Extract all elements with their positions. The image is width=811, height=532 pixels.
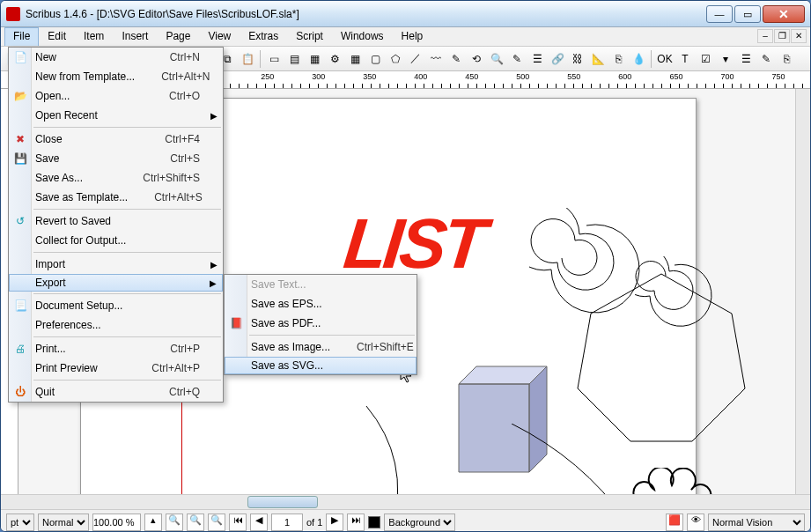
menu-item-label: New: [35, 51, 56, 63]
prev-page-icon[interactable]: ◀: [250, 514, 268, 531]
minimize-button[interactable]: —: [706, 5, 733, 23]
open-icon: 📂: [13, 89, 27, 103]
tool-zoom-icon[interactable]: 🔍: [487, 49, 506, 69]
menu-item-label: Save as EPS...: [251, 298, 322, 310]
menu-script[interactable]: Script: [287, 27, 332, 46]
file-menu-save-as-template[interactable]: Save as Template...Ctrl+Alt+S: [9, 188, 223, 207]
tool-polygon-icon[interactable]: ⬠: [386, 49, 405, 69]
tool-table-icon[interactable]: ▦: [345, 49, 365, 69]
tool-textframe-icon[interactable]: ▤: [284, 49, 304, 69]
mdi-minimize-icon[interactable]: –: [757, 29, 773, 43]
menu-item-label: Collect for Output...: [35, 234, 126, 247]
layer-select[interactable]: Background: [384, 514, 455, 531]
tool-measure-icon[interactable]: 📐: [588, 49, 608, 69]
shortcut-label: Ctrl+Shift+S: [116, 172, 200, 184]
tool-pdf-check-icon[interactable]: ☑: [696, 49, 715, 69]
export-menu-save-as-image[interactable]: Save as Image...Ctrl+Shift+E: [225, 337, 417, 357]
shortcut-label: Ctrl+Q: [143, 386, 200, 398]
menu-file[interactable]: File: [4, 27, 39, 46]
first-page-icon[interactable]: ⏮: [229, 514, 247, 531]
shortcut-label: Ctrl+Alt+S: [128, 191, 203, 203]
maximize-button[interactable]: ▭: [734, 5, 761, 23]
file-menu-preferences[interactable]: Preferences...: [9, 315, 223, 335]
tool-freehand-icon[interactable]: ✎: [446, 49, 466, 69]
tool-shape-icon[interactable]: ▢: [365, 49, 385, 69]
tool-rotate-icon[interactable]: ⟲: [467, 49, 486, 69]
menu-windows[interactable]: Windows: [332, 27, 393, 46]
tool-line-icon[interactable]: ／: [406, 49, 425, 69]
mdi-close-icon[interactable]: ✕: [791, 29, 807, 43]
zoom-reset-icon[interactable]: 🔍: [187, 514, 204, 531]
chevron-right-icon: ▶: [210, 260, 217, 270]
tool-pdf-text-icon[interactable]: T: [675, 49, 695, 69]
titlebar: Scribus 1.4.6 - [D:\SVG Editor\Save File…: [1, 1, 810, 27]
zoom-in-icon[interactable]: 🔍: [208, 514, 225, 531]
vertical-scrollbar[interactable]: [795, 89, 810, 494]
last-page-icon[interactable]: ⏭: [347, 514, 365, 531]
export-menu-save-as-pdf[interactable]: 📕Save as PDF...: [225, 314, 417, 333]
window-title: Scribus 1.4.6 - [D:\SVG Editor\Save File…: [26, 8, 706, 20]
menu-page[interactable]: Page: [157, 27, 199, 46]
file-menu-print[interactable]: 🖨Print...Ctrl+P: [9, 339, 223, 358]
zoom-out-icon[interactable]: 🔍: [166, 514, 183, 531]
file-menu-quit[interactable]: ⏻QuitCtrl+Q: [9, 382, 223, 402]
menu-extras[interactable]: Extras: [240, 27, 287, 46]
tool-eyedrop-icon[interactable]: 💧: [629, 49, 648, 69]
file-menu-save[interactable]: 💾SaveCtrl+S: [9, 149, 223, 168]
vision-select[interactable]: Normal Vision: [708, 514, 805, 531]
export-menu-save-text: Save Text...: [225, 275, 417, 294]
tool-copyprops-icon[interactable]: ⎘: [608, 49, 628, 69]
file-menu-open[interactable]: 📂Open...Ctrl+O: [9, 86, 223, 106]
file-menu-print-preview[interactable]: Print PreviewCtrl+Alt+P: [9, 358, 223, 378]
file-menu-collect-for-output[interactable]: Collect for Output...: [9, 231, 223, 250]
page-input[interactable]: [271, 514, 303, 531]
preview-mode-icon[interactable]: 👁: [687, 514, 704, 531]
zoom-spin-icon[interactable]: ▴: [144, 514, 162, 531]
tool-imageframe-icon[interactable]: ▦: [305, 49, 324, 69]
tool-pdf-combo-icon[interactable]: ▾: [716, 49, 735, 69]
tool-pdf-anno-icon[interactable]: ✎: [756, 49, 776, 69]
tool-bezier-icon[interactable]: 〰: [426, 49, 446, 69]
mdi-restore-icon[interactable]: ❐: [774, 29, 790, 43]
tool-paste-icon[interactable]: 📋: [238, 49, 257, 69]
menu-item[interactable]: Item: [75, 27, 113, 46]
tool-pdf-list-icon[interactable]: ☰: [736, 49, 756, 69]
next-page-icon[interactable]: ▶: [326, 514, 343, 531]
horizontal-scrollbar[interactable]: [1, 494, 810, 509]
file-menu-import[interactable]: Import▶: [9, 255, 223, 274]
tool-storyeditor-icon[interactable]: ☰: [527, 49, 547, 69]
file-menu-new[interactable]: 📄NewCtrl+N: [9, 48, 223, 67]
tool-select-icon[interactable]: ▭: [264, 49, 284, 69]
shortcut-label: Ctrl+Alt+N: [135, 70, 210, 83]
file-menu-close[interactable]: ✖CloseCtrl+F4: [9, 129, 223, 149]
unit-select[interactable]: pt: [6, 514, 34, 531]
tool-link-icon[interactable]: 🔗: [548, 49, 567, 69]
tool-render-icon[interactable]: ⚙: [325, 49, 344, 69]
file-menu-new-from-template[interactable]: New from Template...Ctrl+Alt+N: [9, 67, 223, 86]
zoom-input[interactable]: [92, 514, 141, 531]
shortcut-label: Ctrl+F4: [138, 133, 200, 145]
tool-unlink-icon[interactable]: ⛓: [568, 49, 587, 69]
tool-edit-icon[interactable]: ✎: [507, 49, 527, 69]
tool-pdf-ok-icon[interactable]: OK: [655, 49, 675, 69]
file-menu-save-as[interactable]: Save As...Ctrl+Shift+S: [9, 168, 223, 188]
file-menu-export[interactable]: Export▶: [9, 274, 223, 292]
file-menu-open-recent[interactable]: Open Recent▶: [9, 106, 223, 125]
preview-select[interactable]: Normal: [38, 514, 89, 531]
file-menu-revert-to-saved[interactable]: ↺Revert to Saved: [9, 211, 223, 231]
export-menu-save-as-eps[interactable]: Save as EPS...: [225, 294, 417, 314]
export-menu-save-as-svg[interactable]: Save as SVG...: [225, 357, 417, 374]
shortcut-label: Ctrl+Alt+P: [125, 362, 200, 374]
menu-insert[interactable]: Insert: [113, 27, 157, 46]
shortcut-label: Ctrl+S: [144, 152, 200, 165]
menu-edit[interactable]: Edit: [39, 27, 75, 46]
docsetup-icon: 📃: [13, 299, 27, 313]
menu-help[interactable]: Help: [393, 27, 432, 46]
tool-pdf-link-icon[interactable]: ⎘: [777, 49, 796, 69]
file-menu-document-setup[interactable]: 📃Document Setup...: [9, 296, 223, 315]
close-button[interactable]: ✕: [763, 5, 805, 23]
menu-item-label: Revert to Saved: [35, 215, 111, 227]
menu-view[interactable]: View: [199, 27, 240, 46]
menu-item-label: Export: [35, 277, 66, 289]
cms-icon[interactable]: 🟥: [666, 514, 683, 531]
